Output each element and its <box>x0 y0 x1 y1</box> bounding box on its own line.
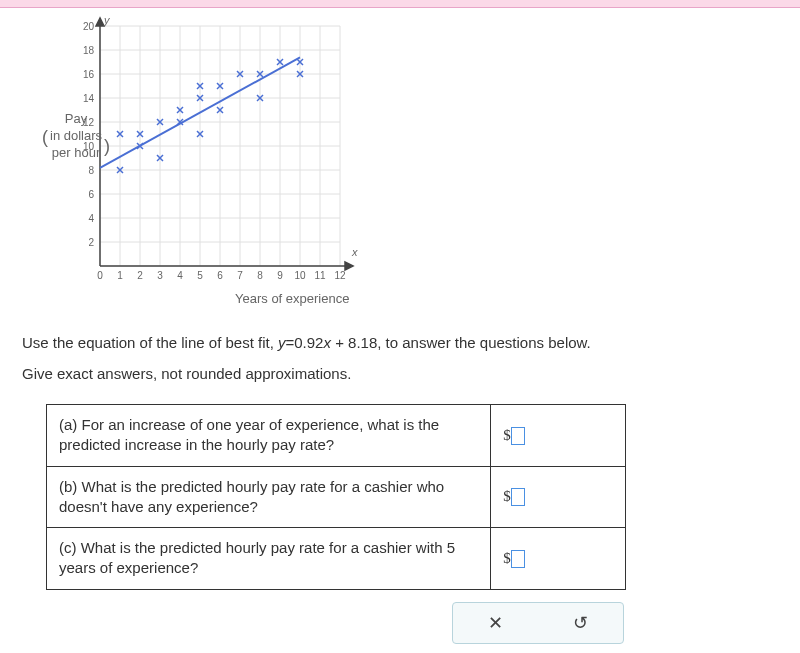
currency-symbol: $ <box>503 550 511 566</box>
svg-text:4: 4 <box>177 270 183 281</box>
svg-text:20: 20 <box>83 21 95 32</box>
svg-text:18: 18 <box>83 45 95 56</box>
svg-text:1: 1 <box>117 270 123 281</box>
table-row: (c) What is the predicted hourly pay rat… <box>47 528 626 590</box>
svg-text:14: 14 <box>83 93 95 104</box>
svg-text:7: 7 <box>237 270 243 281</box>
currency-symbol: $ <box>503 427 511 443</box>
svg-text:x: x <box>351 246 358 258</box>
equation-prompt: Use the equation of the line of best fit… <box>22 334 778 351</box>
svg-text:10: 10 <box>294 270 306 281</box>
x-axis-label: Years of experience <box>235 291 349 306</box>
currency-symbol: $ <box>503 488 511 504</box>
answer-c-cell: $ <box>491 528 626 590</box>
svg-text:5: 5 <box>197 270 203 281</box>
question-table: (a) For an increase of one year of exper… <box>46 404 626 590</box>
svg-text:3: 3 <box>157 270 163 281</box>
y-axis-label: Pay ( in dollars per hour ) <box>50 111 102 162</box>
answer-input-a[interactable] <box>511 427 525 445</box>
question-a-text: (a) For an increase of one year of exper… <box>47 405 491 467</box>
question-b-text: (b) What is the predicted hourly pay rat… <box>47 466 491 528</box>
svg-text:2: 2 <box>137 270 143 281</box>
svg-text:6: 6 <box>217 270 223 281</box>
answer-b-cell: $ <box>491 466 626 528</box>
answer-a-cell: $ <box>491 405 626 467</box>
svg-text:8: 8 <box>88 165 94 176</box>
svg-text:2: 2 <box>88 237 94 248</box>
svg-marker-27 <box>345 262 353 270</box>
action-toolbar: ✕ ↺ <box>452 602 624 644</box>
svg-text:y: y <box>103 16 111 26</box>
svg-text:4: 4 <box>88 213 94 224</box>
top-accent-bar <box>0 0 800 8</box>
answer-input-c[interactable] <box>511 550 525 568</box>
question-c-text: (c) What is the predicted hourly pay rat… <box>47 528 491 590</box>
svg-text:16: 16 <box>83 69 95 80</box>
chart-svg: 20 18 16 14 12 10 8 6 4 2 0 1 2 3 4 5 6 … <box>60 16 380 306</box>
svg-text:8: 8 <box>257 270 263 281</box>
clear-icon[interactable]: ✕ <box>488 612 503 634</box>
reset-icon[interactable]: ↺ <box>573 612 588 634</box>
svg-text:12: 12 <box>334 270 346 281</box>
svg-text:0: 0 <box>97 270 103 281</box>
svg-text:11: 11 <box>314 270 326 281</box>
instruction-text: Give exact answers, not rounded approxim… <box>22 365 778 382</box>
content-area: Use the equation of the line of best fit… <box>0 316 800 653</box>
answer-input-b[interactable] <box>511 488 525 506</box>
svg-text:6: 6 <box>88 189 94 200</box>
table-row: (b) What is the predicted hourly pay rat… <box>47 466 626 528</box>
svg-text:9: 9 <box>277 270 283 281</box>
svg-marker-26 <box>96 18 104 26</box>
table-row: (a) For an increase of one year of exper… <box>47 405 626 467</box>
scatter-chart: Pay ( in dollars per hour ) <box>60 16 460 316</box>
